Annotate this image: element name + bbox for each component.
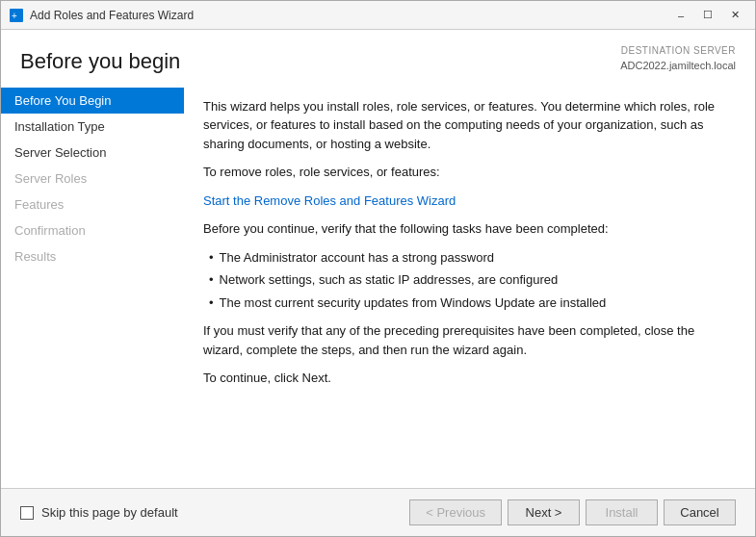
- main-content: This wizard helps you install roles, rol…: [184, 84, 755, 489]
- bullet-dot-3: •: [209, 294, 214, 313]
- remove-label: To remove roles, role services, or featu…: [203, 163, 736, 182]
- sidebar: Before You Begin Installation Type Serve…: [1, 84, 184, 489]
- bullet-item-3: • The most current security updates from…: [209, 294, 736, 313]
- minimize-button[interactable]: –: [668, 6, 693, 25]
- close-button[interactable]: ✕: [722, 6, 747, 25]
- window-controls: – ☐ ✕: [668, 6, 747, 25]
- verify-close-paragraph: If you must verify that any of the prece…: [203, 321, 736, 359]
- skip-label: Skip this page by default: [41, 505, 178, 520]
- continue-paragraph: To continue, click Next.: [203, 369, 736, 388]
- footer: Skip this page by default < Previous Nex…: [1, 488, 755, 536]
- sidebar-item-installation-type[interactable]: Installation Type: [1, 114, 184, 140]
- page-title: Before you begin: [20, 49, 180, 74]
- skip-checkbox[interactable]: [20, 506, 34, 520]
- main-body: Before You Begin Installation Type Serve…: [1, 84, 755, 489]
- bullet-dot-1: •: [209, 248, 214, 268]
- destination-server-name: ADC2022.jamiltech.local: [620, 58, 736, 74]
- maximize-button[interactable]: ☐: [695, 6, 720, 25]
- sidebar-item-results: Results: [1, 243, 184, 269]
- sidebar-item-features: Features: [1, 192, 184, 217]
- sidebar-item-before-you-begin[interactable]: Before You Begin: [1, 88, 184, 114]
- bullet-text-3: The most current security updates from W…: [220, 294, 607, 313]
- previous-button[interactable]: < Previous: [409, 499, 502, 525]
- bullet-dot-2: •: [209, 270, 214, 290]
- skip-area: Skip this page by default: [20, 505, 409, 520]
- next-button[interactable]: Next >: [508, 499, 580, 525]
- sidebar-item-server-roles: Server Roles: [1, 166, 184, 192]
- window-title: Add Roles and Features Wizard: [30, 9, 668, 22]
- title-bar: + Add Roles and Features Wizard – ☐ ✕: [1, 1, 755, 30]
- svg-text:+: +: [12, 11, 17, 21]
- bullet-text-1: The Administrator account has a strong p…: [220, 248, 494, 268]
- cancel-button[interactable]: Cancel: [664, 499, 736, 525]
- content-area: Before you begin DESTINATION SERVER ADC2…: [1, 30, 755, 488]
- bullet-item-2: • Network settings, such as static IP ad…: [209, 270, 736, 290]
- wizard-window: + Add Roles and Features Wizard – ☐ ✕ Be…: [0, 0, 756, 537]
- bullet-list: • The Administrator account has a strong…: [209, 248, 736, 313]
- bullet-text-2: Network settings, such as static IP addr…: [220, 270, 559, 290]
- remove-link[interactable]: Start the Remove Roles and Features Wiza…: [203, 193, 456, 208]
- sidebar-item-server-selection[interactable]: Server Selection: [1, 140, 184, 166]
- verify-paragraph: Before you continue, verify that the fol…: [203, 219, 736, 239]
- footer-buttons: < Previous Next > Install Cancel: [409, 499, 736, 525]
- intro-paragraph: This wizard helps you install roles, rol…: [203, 97, 736, 154]
- app-icon: +: [9, 8, 24, 23]
- page-header: Before you begin DESTINATION SERVER ADC2…: [1, 30, 755, 84]
- sidebar-item-confirmation: Confirmation: [1, 217, 184, 243]
- destination-server-block: DESTINATION SERVER ADC2022.jamiltech.loc…: [620, 43, 736, 74]
- install-button[interactable]: Install: [586, 499, 658, 525]
- bullet-item-1: • The Administrator account has a strong…: [209, 248, 736, 268]
- destination-label: DESTINATION SERVER: [620, 43, 736, 58]
